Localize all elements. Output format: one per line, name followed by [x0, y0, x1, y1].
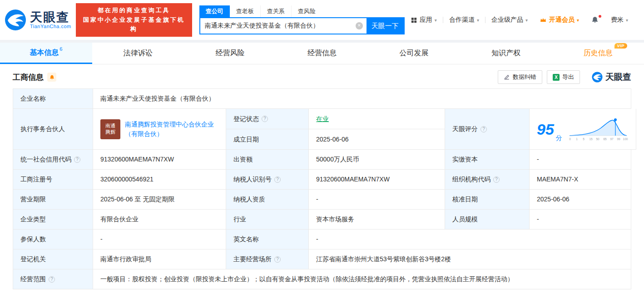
credit-code-label: 统一社会信用代码 ?	[13, 150, 93, 170]
tab-history-label: 历史信息	[584, 49, 613, 58]
clear-search-icon[interactable]: ×	[356, 22, 363, 29]
help-icon[interactable]: ?	[74, 156, 80, 163]
search-area: 查公司 查老板 查关系 查风险 × 天眼一下	[199, 5, 405, 34]
tab-history-info[interactable]: 历史信息 VIP	[552, 43, 644, 64]
svg-text:50: 50	[596, 137, 599, 141]
table-subrow: 登记状态 ? 在业	[226, 109, 445, 129]
menu-apps[interactable]: 应用 ▾	[405, 16, 443, 24]
export-button[interactable]: X 导出	[547, 70, 580, 84]
business-address-value: 江苏省南通市崇州大道53号紫琅创新谷3号楼2楼	[309, 249, 631, 269]
table-row: 经营范围 ? 一般项目：股权投资；创业投资（限投资未上市企业）；以自有资金从事投…	[13, 269, 631, 289]
company-name-label: 企业名称	[13, 89, 93, 109]
tab-intellectual-property[interactable]: 知识产权	[460, 43, 552, 64]
partner-company-link[interactable]: 南通腾辉投资管理中心合伙企业（有限合伙）	[125, 120, 218, 139]
bell-icon	[49, 74, 55, 80]
business-address-text: 主要经营场所	[233, 254, 272, 264]
executive-partner-value: 南通 腾辉 南通腾辉投资管理中心合伙企业（有限合伙）	[93, 109, 226, 150]
search-tabs: 查公司 查老板 查关系 查风险	[199, 5, 405, 17]
menu-channel-label: 合作渠道	[449, 16, 475, 24]
tianyancha-watermark: 天眼查	[592, 71, 631, 83]
company-type-label: 企业类型	[13, 210, 93, 230]
tab-operating-info-label: 经营信息	[307, 49, 337, 58]
tab-operating-risk[interactable]: 经营风险	[184, 43, 276, 64]
english-name-value: -	[309, 230, 631, 249]
apps-grid-icon	[411, 17, 417, 24]
table-row: 营业期限 2025-06-06 至 无固定期限 纳税人资质 - 核准日期 202…	[13, 190, 631, 210]
help-icon[interactable]: ?	[481, 126, 487, 132]
menu-vip[interactable]: 开通会员 ▾	[534, 16, 585, 24]
score-number: 95	[537, 122, 554, 137]
business-address-label: 主要经营场所 ?	[226, 249, 309, 269]
registration-status-value[interactable]: 在业	[316, 114, 329, 124]
banner-line2: 国家中小企业发展子基金旗下机构	[80, 15, 188, 34]
chevron-down-icon: ▾	[626, 18, 628, 23]
subscribe-bell-icon[interactable]	[47, 73, 56, 82]
paid-capital-value: -	[530, 150, 631, 170]
table-row: 登记机关 南通市行政审批局 主要经营场所 ? 江苏省南通市崇州大道53号紫琅创新…	[13, 249, 631, 269]
approval-date-label: 核准日期	[445, 190, 530, 210]
menu-user-label: 费米	[611, 16, 624, 24]
edit-icon	[504, 74, 510, 80]
taxpayer-id-value: 91320600MAEMA7N7XW	[309, 170, 445, 190]
org-code-label: 组织机构代码 ?	[445, 170, 530, 190]
notification-bell[interactable]	[585, 16, 605, 24]
svg-text:97: 97	[610, 137, 614, 141]
tianyancha-logo[interactable]: 天眼查 TianYanCha.com	[5, 9, 71, 31]
promo-banner: 都在用的商业查询工具 国家中小企业发展子基金旗下机构	[76, 3, 192, 37]
staff-size-label: 人员规模	[445, 210, 530, 230]
company-name-value: 南通未来产业天使投资基金（有限合伙）	[93, 89, 631, 109]
credit-code-text: 统一社会信用代码	[20, 155, 71, 164]
chevron-down-icon: ▾	[477, 18, 479, 23]
partner-logo-line2: 腾辉	[105, 129, 115, 135]
data-correction-button[interactable]: 数据纠错	[498, 70, 542, 84]
bell-icon	[591, 16, 599, 24]
partner-logo-line1: 南通	[105, 123, 115, 129]
notification-dot	[599, 15, 601, 18]
tab-development-label: 公司发展	[400, 49, 429, 58]
svg-text:15: 15	[589, 137, 593, 141]
brand-domain: TianYanCha.com	[30, 24, 71, 29]
partner-logo: 南通 腾辉	[100, 119, 120, 139]
tab-lawsuit[interactable]: 法律诉讼	[92, 43, 184, 64]
search-tab-relation[interactable]: 查关系	[261, 5, 292, 17]
watermark-label: 天眼查	[605, 71, 631, 83]
menu-channel[interactable]: 合作渠道 ▾	[443, 16, 485, 24]
chevron-down-icon: ▾	[525, 18, 528, 23]
establish-date-label: 成立日期	[226, 129, 309, 150]
search-tab-boss[interactable]: 查老板	[230, 5, 261, 17]
search-tab-risk[interactable]: 查风险	[292, 5, 322, 17]
excel-icon: X	[553, 74, 560, 81]
approval-date-value: 2025-06-06	[530, 190, 631, 210]
tab-company-development[interactable]: 公司发展	[368, 43, 460, 64]
help-icon[interactable]: ?	[49, 276, 55, 283]
business-scope-value: 一般项目：股权投资；创业投资（限投资未上市企业）；以自有资金从事投资活动（除依法…	[93, 269, 631, 289]
help-icon[interactable]: ?	[274, 176, 281, 183]
help-icon[interactable]: ?	[262, 116, 268, 122]
search-button[interactable]: 天眼一下	[367, 18, 404, 34]
svg-text:99: 99	[617, 137, 620, 141]
menu-user[interactable]: 费米 ▾	[605, 16, 634, 24]
reg-number-value: 320600000546921	[93, 170, 226, 190]
svg-text:65: 65	[603, 137, 607, 141]
tab-basic-label: 基本信息	[30, 48, 59, 58]
tab-basic-info[interactable]: 基本信息 6	[0, 43, 92, 64]
logo-swirl-icon	[5, 9, 26, 31]
menu-apps-label: 应用	[420, 16, 432, 24]
svg-text:100: 100	[623, 137, 628, 141]
help-icon[interactable]: ?	[274, 256, 281, 263]
search-tab-company[interactable]: 查公司	[199, 5, 230, 17]
help-icon[interactable]: ?	[493, 176, 500, 183]
menu-vip-label: 开通会员	[549, 16, 575, 24]
menu-enterprise[interactable]: 企业级产品 ▾	[485, 16, 534, 24]
tab-operating-info[interactable]: 经营信息	[276, 43, 368, 64]
search-input[interactable]	[200, 22, 356, 29]
taxpayer-quality-value: -	[309, 190, 445, 210]
org-code-text: 组织机构代码	[452, 175, 490, 184]
industry-label: 行业	[226, 210, 309, 230]
tianyan-score-label: 天眼评分 ?	[445, 109, 530, 150]
data-correction-label: 数据纠错	[513, 73, 536, 81]
score-trend-chart: 0 1 5 15 50 65 97 99 100	[568, 117, 629, 142]
establish-date-value: 2025-06-06	[309, 129, 445, 150]
business-info-table: 企业名称 南通未来产业天使投资基金（有限合伙） 执行事务合伙人 南通 腾辉 南通…	[13, 88, 631, 289]
export-label: 导出	[562, 73, 574, 81]
